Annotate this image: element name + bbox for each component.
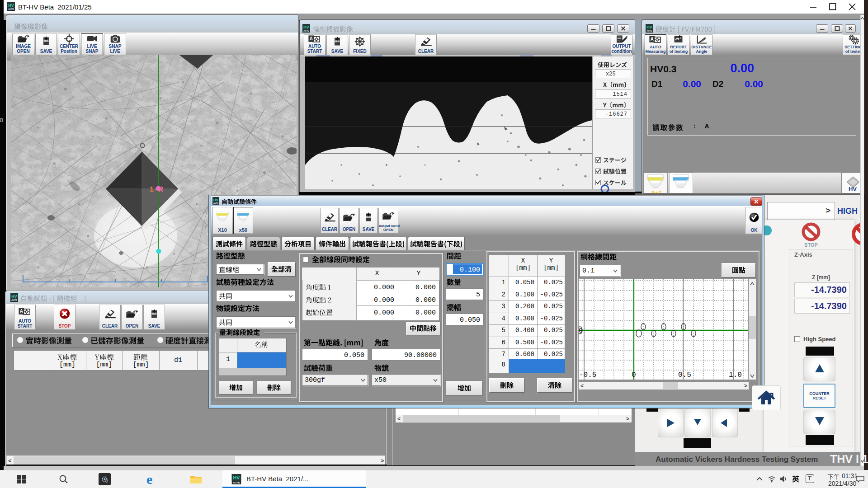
svg-text:AUTO: AUTO	[8, 8, 14, 10]
svg-text:HV: HV	[8, 3, 14, 8]
svg-text:A: A	[310, 36, 313, 41]
svg-text:AUTO: AUTO	[11, 299, 17, 301]
svg-text:STOP: STOP	[804, 242, 818, 248]
svg-text:0: 0	[579, 327, 582, 334]
svg-text:0: 0	[632, 371, 636, 379]
svg-text:AUTO: AUTO	[213, 202, 218, 204]
svg-text:1.0: 1.0	[729, 371, 742, 379]
svg-text:HV: HV	[303, 25, 309, 29]
svg-text:HV: HV	[11, 294, 17, 299]
svg-text:A: A	[20, 308, 24, 313]
svg-text:AUTO: AUTO	[303, 30, 309, 32]
svg-text:HV: HV	[213, 198, 219, 202]
svg-text:-0.5: -0.5	[579, 371, 596, 379]
svg-text:0.5: 0.5	[678, 371, 691, 379]
svg-text:AUTO: AUTO	[233, 481, 240, 484]
svg-text:A: A	[651, 36, 654, 41]
svg-text:1-R: 1-R	[149, 185, 163, 194]
svg-text:HV: HV	[233, 475, 240, 480]
svg-text:AUTO: AUTO	[646, 30, 652, 32]
svg-text:HV: HV	[646, 25, 652, 29]
